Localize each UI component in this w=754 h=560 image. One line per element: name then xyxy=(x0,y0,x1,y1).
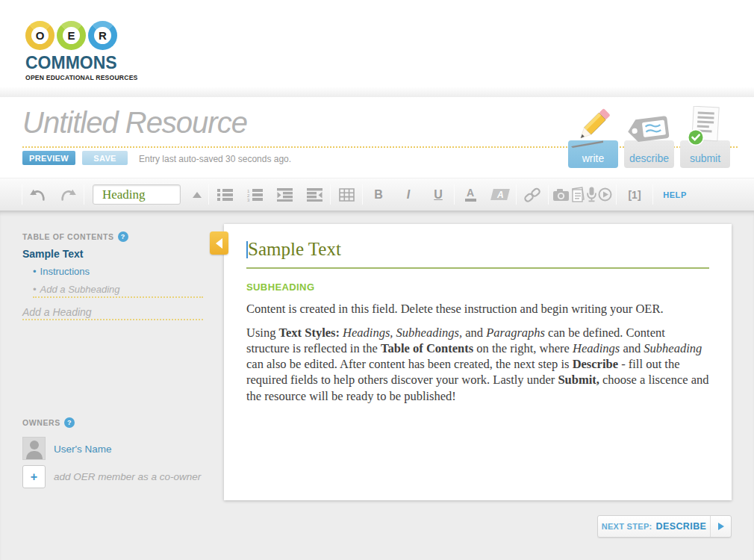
numbered-list-icon: 1 2 3 xyxy=(247,188,263,202)
toc-item-add-heading[interactable]: Add a Heading xyxy=(22,306,92,318)
indent-icon xyxy=(277,188,293,202)
undo-button[interactable] xyxy=(23,178,53,211)
text-style-dropdown-arrow[interactable] xyxy=(187,178,208,211)
bold-button[interactable]: B xyxy=(364,178,393,211)
toc-section-heading: TABLE OF CONTENTS ? xyxy=(22,231,128,242)
documents-icon xyxy=(570,187,585,202)
toc-heading-label: TABLE OF CONTENTS xyxy=(22,232,114,241)
text-color-icon: A xyxy=(465,188,476,202)
pencil-icon xyxy=(570,108,614,150)
text-style-value: Heading xyxy=(102,187,146,202)
indent-button[interactable] xyxy=(269,178,299,211)
workflow-step-tabs: write describe xyxy=(568,140,730,168)
toolbar-separator xyxy=(548,184,549,205)
owner-name-link[interactable]: User's Name xyxy=(54,444,112,455)
triangle-up-icon xyxy=(193,192,202,198)
underline-button[interactable]: U xyxy=(423,178,453,211)
logo-ring-r: R xyxy=(88,21,117,50)
submit-document-icon xyxy=(686,106,725,148)
toc-dotted-divider xyxy=(22,319,203,320)
microphone-icon xyxy=(586,187,597,202)
logo-tagline: OPEN EDUCATIONAL RESOURCES xyxy=(25,74,130,81)
collapse-sidebar-button[interactable] xyxy=(210,231,228,255)
camera-icon xyxy=(552,187,570,202)
title-bar: Untitled Resource PREVIEW SAVE Entry las… xyxy=(0,97,754,178)
bullet-list-icon xyxy=(217,188,233,202)
tab-submit-label: submit xyxy=(690,152,720,164)
logo-rings: O E R xyxy=(25,21,130,50)
autosave-status: Entry last auto-saved 30 seconds ago. xyxy=(139,154,291,164)
next-step-arrow-segment[interactable] xyxy=(710,516,731,537)
resource-title-input[interactable]: Untitled Resource xyxy=(22,106,247,140)
toc-help-icon[interactable]: ? xyxy=(118,231,128,242)
save-button[interactable]: SAVE xyxy=(82,151,128,165)
insert-table-button[interactable] xyxy=(331,178,361,211)
toc-item-add-subheading[interactable]: Add a Subheading xyxy=(33,284,120,295)
toolbar-separator xyxy=(516,184,517,205)
text-styles-button[interactable]: A xyxy=(485,178,515,211)
add-co-owner-label: add OER member as a co-owner xyxy=(54,471,201,482)
owner-avatar xyxy=(22,437,46,460)
text-style-dropdown[interactable]: Heading xyxy=(93,184,181,205)
owners-section-heading: OWNERS ? xyxy=(22,417,75,428)
preview-button[interactable]: PREVIEW xyxy=(22,151,75,165)
tag-icon xyxy=(625,113,674,146)
outdent-icon xyxy=(307,188,323,202)
link-icon xyxy=(524,187,540,202)
oer-commons-logo[interactable]: O E R COMMONS OPEN EDUCATIONAL RESOURCES xyxy=(25,21,130,81)
tab-write-label: write xyxy=(582,152,605,164)
toolbar-separator xyxy=(616,184,617,205)
main-content-area: TABLE OF CONTENTS ? Sample Text Instruct… xyxy=(0,211,754,560)
toolbar-separator xyxy=(208,184,209,205)
tab-describe[interactable]: describe xyxy=(624,140,674,168)
logo-letter: O xyxy=(36,29,45,42)
editor-paragraph[interactable]: Content is created in this field. Delete… xyxy=(246,301,709,317)
next-step-prefix: NEXT STEP: xyxy=(602,522,652,531)
editor-toolbar: Heading 1 2 3 xyxy=(0,178,754,211)
italic-button[interactable]: I xyxy=(393,178,423,211)
logo-letter: E xyxy=(67,29,75,42)
next-step-action: DESCRIBE xyxy=(656,521,707,532)
toolbar-separator xyxy=(84,184,84,205)
insert-media-button[interactable] xyxy=(549,178,615,211)
play-video-icon xyxy=(598,187,612,202)
header-shadow xyxy=(0,87,754,97)
toc-item-sample-text[interactable]: Sample Text xyxy=(22,248,83,260)
tab-describe-label: describe xyxy=(629,152,669,164)
bullet-list-button[interactable] xyxy=(210,178,240,211)
site-header: O E R COMMONS OPEN EDUCATIONAL RESOURCES xyxy=(0,0,754,97)
redo-icon xyxy=(60,189,76,201)
add-co-owner-button[interactable]: + xyxy=(22,465,46,488)
logo-letter: R xyxy=(99,29,107,42)
owners-heading-label: OWNERS xyxy=(22,418,60,427)
help-button[interactable]: HELP xyxy=(654,178,696,211)
table-grid-icon xyxy=(339,188,355,202)
editor-panel[interactable]: Sample Text SUBHEADING Content is create… xyxy=(224,224,732,500)
insert-link-button[interactable] xyxy=(517,178,547,211)
svg-text:3: 3 xyxy=(247,197,250,202)
toolbar-separator xyxy=(362,184,363,205)
editor-subheading[interactable]: SUBHEADING xyxy=(246,281,709,293)
redo-button[interactable] xyxy=(53,178,83,211)
owners-help-icon[interactable]: ? xyxy=(64,417,75,428)
oer-open-author-page: O E R COMMONS OPEN EDUCATIONAL RESOURCES… xyxy=(0,0,754,560)
next-step-label: NEXT STEP: DESCRIBE xyxy=(598,516,710,537)
toolbar-separator xyxy=(454,184,455,205)
tab-write[interactable]: write xyxy=(568,140,618,168)
triangle-left-icon xyxy=(216,238,222,249)
toc-item-instructions[interactable]: Instructions xyxy=(33,266,90,277)
text-color-button[interactable]: A xyxy=(455,178,485,211)
logo-ring-e: E xyxy=(57,21,86,50)
outdent-button[interactable] xyxy=(299,178,329,211)
editor-heading[interactable]: Sample Text xyxy=(246,239,709,269)
editor-paragraph[interactable]: Using Text Styles: Headings, Subheadings… xyxy=(246,325,709,404)
toolbar-separator xyxy=(22,184,22,205)
numbered-list-button[interactable]: 1 2 3 xyxy=(240,178,269,211)
logo-ring-o: O xyxy=(25,21,54,50)
footnote-button[interactable]: [1] xyxy=(617,178,652,211)
tab-submit[interactable]: submit xyxy=(680,140,730,168)
toc-dotted-divider xyxy=(33,296,203,298)
next-step-button[interactable]: NEXT STEP: DESCRIBE xyxy=(597,515,732,538)
text-styles-icon: A xyxy=(490,189,510,200)
logo-wordmark: COMMONS xyxy=(25,53,130,73)
